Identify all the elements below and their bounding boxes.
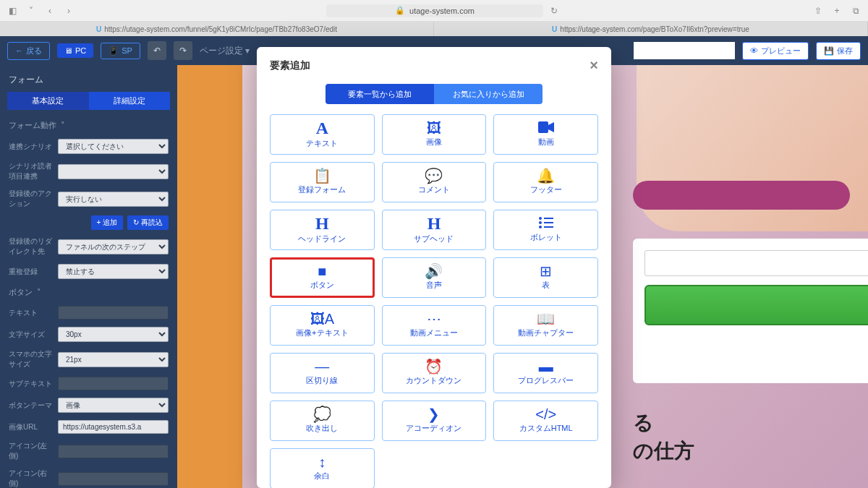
svg-point-3 (539, 221, 542, 224)
element-card-カスタムHTML[interactable]: </>カスタムHTML (493, 401, 598, 441)
element-label: 音声 (426, 280, 442, 291)
element-label: サブヘッド (414, 234, 454, 244)
element-icon: ▬ (539, 359, 553, 374)
element-label: 吹き出し (306, 423, 338, 434)
element-label: コメント (418, 184, 450, 195)
element-label: ボタン (310, 280, 334, 291)
element-card-登録フォーム[interactable]: 📋登録フォーム (270, 162, 375, 202)
tab-strip: Uhttps://utage-system.com/funnel/5gK1y8i… (0, 22, 868, 36)
element-label: フッター (530, 184, 562, 195)
element-label: ヘッドライン (298, 234, 346, 244)
lock-icon: 🔒 (395, 6, 405, 15)
modal-tab-fav[interactable]: お気に入りから追加 (434, 84, 542, 104)
browser-tab-1[interactable]: Uhttps://utage-system.com/funnel/5gK1y8i… (0, 22, 434, 36)
element-card-ボタン[interactable]: ■ボタン (270, 257, 375, 298)
element-card-サブヘッド[interactable]: Hサブヘッド (382, 210, 487, 250)
browser-tab-2[interactable]: Uhttps://utage-system.com/page/BToXo7Il6… (434, 22, 868, 36)
element-label: プログレスバー (518, 375, 574, 386)
element-icon: A (316, 119, 328, 137)
element-icon: 🔔 (537, 168, 555, 183)
element-icon: 💭 (313, 407, 331, 421)
element-card-動画チャプター[interactable]: 📖動画チャプター (493, 305, 598, 346)
browser-toolbar: ◧ ˅ ‹ › 🔒 utage-system.com ↻ ⇧ + ⧉ (0, 0, 868, 22)
element-icon: H (427, 215, 441, 232)
tabs-icon[interactable]: ⧉ (849, 4, 862, 17)
modal-title: 要素追加 (270, 59, 310, 72)
element-icon: 🔊 (425, 264, 443, 278)
element-icon: 📖 (537, 312, 555, 326)
dropdown-icon[interactable]: ˅ (25, 4, 38, 17)
element-card-動画[interactable]: 動画 (493, 114, 598, 155)
element-card-ボレット[interactable]: ボレット (493, 210, 598, 250)
reload-icon[interactable]: ↻ (548, 4, 561, 17)
element-card-余白[interactable]: ↕余白 (270, 448, 375, 488)
element-label: 表 (542, 280, 550, 291)
element-label: 区切り線 (306, 375, 338, 386)
element-icon: ⊞ (540, 264, 552, 278)
element-label: アコーディオン (406, 423, 461, 434)
element-icon: ⋯ (427, 312, 441, 326)
modal-tab-list[interactable]: 要素一覧から追加 (326, 84, 434, 104)
element-icon: — (315, 359, 329, 374)
element-label: 画像 (426, 137, 442, 147)
element-label: カスタムHTML (519, 423, 573, 434)
element-label: 登録フォーム (298, 184, 346, 195)
element-icon (538, 121, 554, 135)
element-card-アコーディオン[interactable]: ❯アコーディオン (382, 401, 487, 441)
element-card-ヘッドライン[interactable]: Hヘッドライン (270, 210, 375, 250)
element-label: テキスト (306, 138, 338, 149)
element-icon: </> (535, 407, 556, 421)
element-icon: ❯ (427, 407, 440, 421)
element-label: 動画メニュー (410, 328, 458, 338)
forward-icon[interactable]: › (62, 4, 75, 17)
element-icon (539, 216, 553, 231)
svg-point-5 (539, 226, 542, 228)
svg-rect-4 (544, 222, 553, 223)
element-card-プログレスバー[interactable]: ▬プログレスバー (493, 353, 598, 393)
add-element-modal: 要素追加 × 要素一覧から追加 お気に入りから追加 Aテキスト🖼画像動画📋登録フ… (257, 47, 611, 488)
sidebar-toggle-icon[interactable]: ◧ (6, 4, 19, 17)
element-label: ボレット (530, 232, 562, 243)
element-icon: 💬 (425, 168, 443, 183)
svg-point-1 (539, 217, 542, 220)
element-card-画像[interactable]: 🖼画像 (382, 114, 487, 155)
element-card-動画メニュー[interactable]: ⋯動画メニュー (382, 305, 487, 346)
favicon-icon: U (96, 25, 101, 33)
element-icon: H (315, 215, 329, 232)
element-card-画像+テキスト[interactable]: 🖼A画像+テキスト (270, 305, 375, 346)
element-icon: ■ (318, 264, 326, 278)
element-label: カウントダウン (406, 375, 461, 386)
close-icon[interactable]: × (590, 57, 598, 74)
back-icon[interactable]: ‹ (43, 4, 56, 17)
svg-rect-6 (544, 226, 553, 228)
element-card-コメント[interactable]: 💬コメント (382, 162, 487, 202)
modal-backdrop: 要素追加 × 要素一覧から追加 お気に入りから追加 Aテキスト🖼画像動画📋登録フ… (0, 36, 868, 488)
element-card-フッター[interactable]: 🔔フッター (493, 162, 598, 202)
address-bar[interactable]: 🔒 utage-system.com (326, 4, 543, 17)
element-label: 余白 (314, 471, 330, 481)
element-label: 動画 (538, 137, 554, 147)
element-icon: ↕ (318, 455, 326, 469)
element-card-区切り線[interactable]: —区切り線 (270, 353, 375, 393)
element-label: 画像+テキスト (296, 328, 348, 338)
new-tab-icon[interactable]: + (830, 4, 843, 17)
element-icon: 🖼A (310, 312, 334, 326)
element-card-テキスト[interactable]: Aテキスト (270, 114, 375, 155)
favicon-icon: U (552, 25, 557, 33)
element-icon: 🖼 (427, 121, 441, 135)
element-icon: ⏰ (425, 359, 443, 374)
element-label: 動画チャプター (518, 328, 574, 338)
element-card-表[interactable]: ⊞表 (493, 257, 598, 298)
element-icon: 📋 (313, 168, 331, 183)
url-text: utage-system.com (409, 7, 475, 15)
element-card-吹き出し[interactable]: 💭吹き出し (270, 401, 375, 441)
svg-rect-2 (544, 218, 553, 219)
element-card-カウントダウン[interactable]: ⏰カウントダウン (382, 353, 487, 393)
element-card-音声[interactable]: 🔊音声 (382, 257, 487, 298)
svg-rect-0 (538, 121, 548, 133)
share-icon[interactable]: ⇧ (812, 4, 825, 17)
